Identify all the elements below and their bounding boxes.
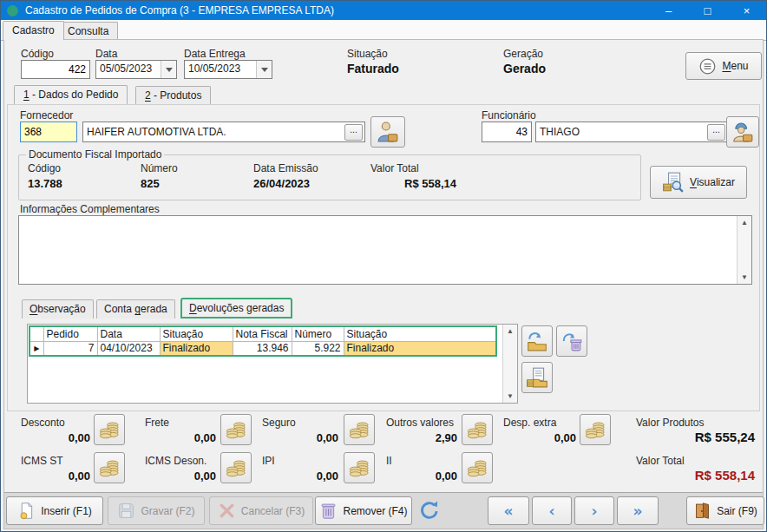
close-button[interactable]: × [727,1,766,20]
codigo-input[interactable] [21,60,90,79]
info-scrollbar[interactable]: ▲ ▼ [737,216,751,284]
row-selector-icon: ▶ [30,341,43,356]
cancelar-button: Cancelar (F3) [209,496,313,525]
icms-deson-label: ICMS Deson. [145,455,206,467]
nav-last-button[interactable]: » [617,496,659,525]
doc-numero-value: 825 [141,177,160,190]
data-combo[interactable]: 05/05/2023 [95,60,177,79]
fornecedor-code-input[interactable] [20,122,77,142]
save-floppy-icon [117,502,135,520]
exit-door-icon [693,502,711,520]
scroll-up-icon[interactable]: ▲ [503,325,517,338]
situacao-value: Faturado [347,62,399,76]
icms-st-coins-button[interactable] [94,452,125,483]
ipi-coins-button[interactable] [344,452,375,483]
col-numero: Número [292,326,344,341]
title-bar: Cadastro de Pedidos de Compra (3 - EMPRE… [1,1,766,20]
maximize-button[interactable]: □ [688,1,727,20]
data-entrega-dropdown-button[interactable] [256,61,272,78]
info-complementares-label: Informações Complementares [20,203,160,215]
col-situacao-2: Situação [344,326,496,341]
inserir-button[interactable]: Inserir (F1) [6,496,103,525]
sair-label: Sair (F9) [717,505,757,517]
scroll-up-icon[interactable]: ▲ [738,216,751,229]
cell-situacao: Finalizado [160,341,233,356]
tab-cadastro[interactable]: Cadastro [3,21,64,40]
devolucao-open-button[interactable] [521,325,553,357]
situacao-label: Situação [347,48,388,60]
info-complementares-textarea[interactable] [19,216,737,284]
document-magnifier-icon [662,171,685,194]
desconto-coins-button[interactable] [94,414,125,445]
nav-first-button[interactable]: « [488,496,529,525]
sair-button[interactable]: Sair (F9) [686,496,764,525]
refresh-button[interactable] [416,497,443,525]
tab-consulta[interactable]: Consulta [58,22,118,40]
tab-conta-gerada[interactable]: Conta gerada [96,299,175,319]
cancel-x-icon [218,502,236,520]
nav-next-button[interactable]: › [574,496,614,525]
icms-deson-coins-button[interactable] [220,452,252,483]
data-dropdown-button[interactable] [161,61,176,78]
ii-coins-button[interactable] [462,452,493,483]
funcionario-name-field[interactable]: THIAGO ... [535,122,728,142]
valor-produtos-label: Valor Produtos [636,417,705,429]
coins-icon [225,456,247,479]
bottom-toolbar: Inserir (F1) Gravar (F2) Cancelar (F3) R… [4,492,763,529]
funcionario-code-input[interactable] [482,122,532,142]
cell-pedido: 7 [43,341,97,356]
remover-button[interactable]: Remover (F4) [315,496,412,525]
data-entrega-value: 10/05/2023 [185,61,256,78]
minimize-button[interactable]: – [649,1,688,20]
frete-coins-button[interactable] [220,414,252,445]
tab-observacao[interactable]: Observação [22,299,94,319]
gravar-button: Gravar (F2) [108,496,205,525]
funcionario-lookup-button[interactable] [726,116,759,148]
devolucoes-table-container: Pedido Data Situação Nota Fiscal Número … [27,324,518,404]
nav-previous-button[interactable]: ‹ [532,496,572,525]
fornecedor-lookup-button[interactable] [370,116,405,148]
worker-icon [731,121,754,143]
desconto-label: Desconto [21,417,65,429]
outros-valores-coins-button[interactable] [462,414,493,445]
visualizar-button[interactable]: Visualizar [650,166,747,199]
icms-deson-value: 0,00 [145,470,216,483]
ii-value: 0,00 [386,470,457,483]
icms-st-value: 0,00 [21,470,90,483]
seguro-coins-button[interactable] [344,414,375,445]
documento-fiscal-group: Documento Fiscal Importado Código 13.788… [18,148,641,200]
trash-return-icon [560,330,583,352]
funcionario-browse-button[interactable]: ... [707,124,725,141]
doc-total-value: R$ 558,14 [331,177,456,190]
col-situacao: Situação [160,326,233,341]
cell-situacao-2: Finalizado [344,341,496,356]
tab-dados-do-pedido[interactable]: 1 - Dados do Pedido [14,85,128,104]
coins-icon [466,456,488,479]
table-scrollbar[interactable]: ▲ ▼ [502,325,517,403]
selector-header-cell [30,326,43,341]
tab-devolucoes-geradas[interactable]: Devoluções geradas [181,299,292,318]
seguro-label: Seguro [262,417,296,429]
scroll-down-icon[interactable]: ▼ [503,390,517,403]
data-entrega-combo[interactable]: 10/05/2023 [184,60,272,79]
new-document-icon [17,502,36,520]
fornecedor-name-value: HAIFER AUTOMOTIVA LTDA. [83,126,344,138]
scroll-down-icon[interactable]: ▼ [738,271,751,284]
tab-produtos[interactable]: 2 - Produtos [135,86,211,104]
chevron-down-icon [166,68,173,72]
menu-button[interactable]: Menu [685,52,762,80]
doc-total-label: Valor Total [370,162,419,174]
coins-icon [225,418,247,441]
fornecedor-name-field[interactable]: HAIFER AUTOMOTIVA LTDA. ... [82,122,365,142]
info-complementares-field: ▲ ▼ [18,215,752,285]
doc-emissao-value: 26/04/2023 [253,177,310,190]
cell-numero: 5.922 [292,341,344,356]
table-row[interactable]: ▶ 7 04/10/2023 Finalizado 13.946 5.922 F… [30,341,496,356]
col-data: Data [97,326,160,341]
coins-icon [348,418,370,441]
fornecedor-browse-button[interactable]: ... [344,124,363,141]
inserir-label: Inserir (F1) [41,505,92,517]
devolucao-document-button[interactable] [521,362,553,393]
devolucao-delete-button[interactable] [556,325,587,357]
coins-icon [466,418,488,441]
